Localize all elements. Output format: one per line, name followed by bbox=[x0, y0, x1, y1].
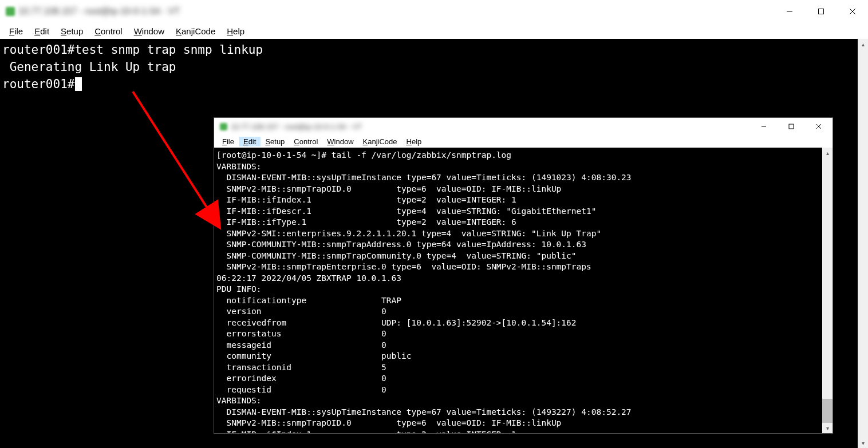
term-line: messageid 0 bbox=[216, 340, 386, 350]
term-line: IF-MIB::ifIndex.1 type=2 value=INTEGER: … bbox=[216, 430, 516, 434]
cursor-icon bbox=[75, 77, 82, 91]
svg-rect-1 bbox=[818, 9, 823, 14]
app-icon bbox=[220, 123, 227, 130]
terminal-window-2: 10.77.108.157 - root@ip-10-0-1-54 - VT F… bbox=[214, 117, 833, 434]
minimize-button[interactable] bbox=[774, 0, 805, 23]
window-controls bbox=[750, 118, 833, 135]
menu-window[interactable]: Window bbox=[128, 25, 170, 37]
term-line: [root@ip-10-0-1-54 ~]# tail -f /var/log/… bbox=[216, 150, 511, 160]
menu-help[interactable]: Help bbox=[402, 137, 427, 146]
scrollbar[interactable]: ▴ ▾ bbox=[858, 39, 868, 448]
menubar: File Edit Setup Control Window KanjiCode… bbox=[0, 23, 868, 39]
scroll-thumb[interactable] bbox=[822, 399, 833, 423]
term-line: SNMP-COMMUNITY-MIB::snmpTrapAddress.0 ty… bbox=[216, 240, 586, 249]
term-line: SNMPv2-SMI::enterprises.9.2.2.1.1.20.1 t… bbox=[216, 229, 601, 238]
scroll-track[interactable] bbox=[858, 49, 868, 438]
term-line: IF-MIB::ifType.1 type=2 value=INTEGER: 6 bbox=[216, 217, 516, 227]
menu-kanjicode[interactable]: KanjiCode bbox=[170, 25, 221, 37]
term-line: VARBINDS: bbox=[216, 162, 262, 171]
term-line: 06:22:17 2022/04/05 ZBXTRAP 10.0.1.63 bbox=[216, 273, 401, 283]
term-line: errorstatus 0 bbox=[216, 329, 386, 338]
term-line: receivedfrom UDP: [10.0.1.63]:52902->[10… bbox=[216, 318, 577, 327]
term-line: IF-MIB::ifIndex.1 type=2 value=INTEGER: … bbox=[216, 195, 516, 204]
term-line: community public bbox=[216, 351, 411, 360]
term-line: router001#test snmp trap snmp linkup bbox=[2, 43, 263, 57]
term-line: DISMAN-EVENT-MIB::sysUpTimeInstance type… bbox=[216, 407, 632, 417]
minimize-button[interactable] bbox=[750, 118, 778, 135]
term-line: router001# bbox=[2, 77, 74, 91]
menu-edit[interactable]: Edit bbox=[239, 137, 261, 146]
terminal-output[interactable]: [root@ip-10-0-1-54 ~]# tail -f /var/log/… bbox=[214, 148, 822, 433]
menu-edit[interactable]: Edit bbox=[29, 25, 55, 37]
menu-kanjicode[interactable]: KanjiCode bbox=[358, 137, 402, 146]
term-line: SNMP-COMMUNITY-MIB::snmpTrapCommunity.0 … bbox=[216, 251, 577, 260]
svg-rect-6 bbox=[789, 124, 794, 129]
close-button[interactable] bbox=[837, 0, 868, 23]
menu-setup[interactable]: Setup bbox=[261, 137, 289, 146]
term-line: PDU INFO: bbox=[216, 284, 262, 294]
menu-control[interactable]: Control bbox=[89, 25, 128, 37]
scroll-track[interactable] bbox=[822, 158, 833, 423]
menu-control[interactable]: Control bbox=[289, 137, 322, 146]
maximize-button[interactable] bbox=[778, 118, 805, 135]
titlebar[interactable]: 10.77.108.157 - root@ip-10-0-1-54 - VT bbox=[0, 0, 868, 23]
maximize-button[interactable] bbox=[805, 0, 837, 23]
term-line: requestid 0 bbox=[216, 385, 386, 394]
menu-help[interactable]: Help bbox=[221, 25, 250, 37]
window-controls bbox=[774, 0, 868, 23]
scroll-down-icon[interactable]: ▾ bbox=[822, 423, 833, 433]
titlebar[interactable]: 10.77.108.157 - root@ip-10-0-1-54 - VT bbox=[214, 118, 833, 135]
term-line: IF-MIB::ifDescr.1 type=4 value=STRING: "… bbox=[216, 207, 596, 216]
term-line: VARBINDS: bbox=[216, 396, 262, 405]
window-title: 10.77.108.157 - root@ip-10-0-1-54 - VT bbox=[231, 122, 362, 131]
term-line: transactionid 5 bbox=[216, 363, 386, 372]
scroll-up-icon[interactable]: ▴ bbox=[858, 39, 868, 49]
menubar: File Edit Setup Control Window KanjiCode… bbox=[214, 135, 833, 148]
term-line: errorindex 0 bbox=[216, 374, 386, 383]
term-line: notificationtype TRAP bbox=[216, 296, 401, 305]
term-line: Generating Link Up trap bbox=[2, 60, 176, 74]
menu-window[interactable]: Window bbox=[322, 137, 358, 146]
term-line: version 0 bbox=[216, 307, 386, 316]
term-line: DISMAN-EVENT-MIB::sysUpTimeInstance type… bbox=[216, 173, 632, 182]
scrollbar[interactable]: ▴ ▾ bbox=[822, 148, 833, 433]
terminal-area: [root@ip-10-0-1-54 ~]# tail -f /var/log/… bbox=[214, 148, 833, 433]
scroll-up-icon[interactable]: ▴ bbox=[822, 148, 833, 158]
menu-setup[interactable]: Setup bbox=[55, 25, 89, 37]
app-icon bbox=[6, 7, 15, 16]
menu-file[interactable]: File bbox=[218, 137, 239, 146]
scroll-down-icon[interactable]: ▾ bbox=[858, 438, 868, 448]
close-button[interactable] bbox=[805, 118, 833, 135]
term-line: SNMPv2-MIB::snmpTrapEnterprise.0 type=6 … bbox=[216, 262, 591, 271]
term-line: SNMPv2-MIB::snmpTrapOID.0 type=6 value=O… bbox=[216, 184, 561, 193]
window-title: 10.77.108.157 - root@ip-10-0-1-54 - VT bbox=[18, 6, 180, 17]
menu-file[interactable]: File bbox=[3, 25, 29, 37]
term-line: SNMPv2-MIB::snmpTrapOID.0 type=6 value=O… bbox=[216, 418, 561, 427]
